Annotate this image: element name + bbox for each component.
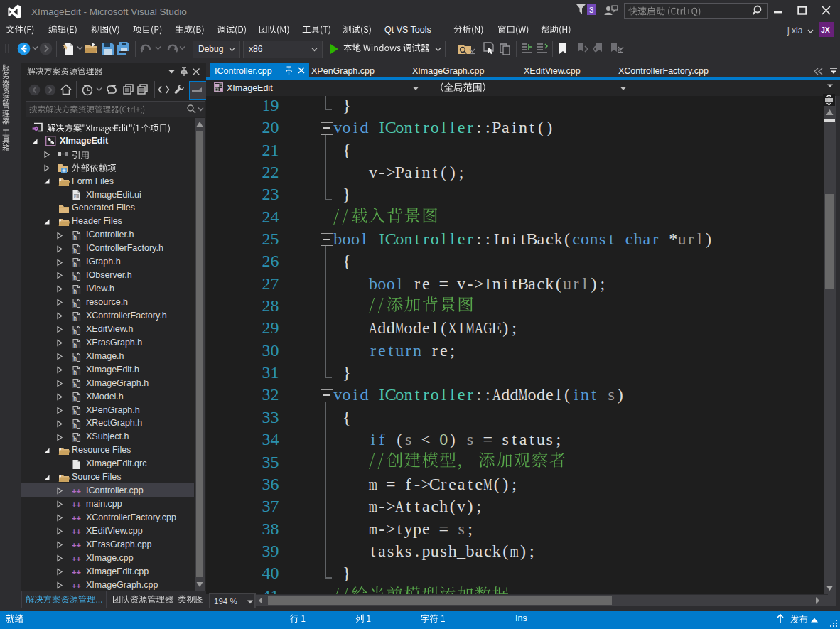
svg-text:void: void [333,118,368,136]
svg-text:v->InitBack(: v->InitBack( [457,274,561,293]
svg-text:29: 29 [262,318,279,337]
svg-text:}: } [343,363,351,382]
svg-text:): ) [450,430,456,448]
svg-text:22: 22 [262,163,279,181]
svg-text:h: h [73,409,77,416]
svg-text:f->CreateM();: f->CreateM(); [406,475,517,493]
svg-text:(: ( [397,430,402,448]
svg-text:20: 20 [262,118,279,136]
svg-text:++: ++ [72,500,81,509]
svg-text:=: = [386,475,396,493]
svg-text:35: 35 [262,453,279,471]
svg-text:int: int [574,385,596,404]
svg-text:=: = [439,520,449,538]
svg-text:}: } [343,96,351,114]
svg-text:23: 23 [262,185,279,203]
svg-text:{: { [343,408,351,426]
svg-text:h: h [73,355,77,362]
svg-text:v->Paint();: v->Paint(); [369,163,464,181]
svg-text:h: h [73,301,77,308]
svg-text:37: 37 [262,497,279,515]
svg-text:url: url [678,230,703,248]
svg-text:h: h [73,436,77,443]
svg-text:33: 33 [262,408,279,426]
svg-text:h: h [73,328,77,335]
svg-text:ui: ui [75,194,77,198]
svg-text:IController: IController [379,385,473,404]
svg-text:m->type: m->type [369,520,430,538]
svg-text:tasks.push_back(m);: tasks.push_back(m); [371,542,534,560]
svg-text:h: h [73,234,77,241]
svg-text:bool: bool [369,274,402,293]
svg-text:{: { [343,141,351,159]
svg-text:40: 40 [262,564,279,582]
svg-text:h: h [73,274,77,281]
svg-text:s: s [467,430,473,448]
svg-text:if: if [371,430,385,448]
svg-text:{: { [343,252,351,270]
svg-text:++: ++ [72,568,81,576]
svg-text:h: h [73,382,77,389]
svg-text:++: ++ [72,554,81,563]
svg-text:);: ); [591,274,605,293]
svg-text:30: 30 [262,341,279,360]
svg-text:IController: IController [379,230,473,248]
svg-text:h: h [73,247,77,254]
svg-text:void: void [333,385,368,404]
svg-text:++: ++ [72,581,81,590]
svg-text:36: 36 [262,475,279,493]
svg-text:25: 25 [262,230,279,248]
svg-text:++: ++ [72,514,81,522]
svg-text:s: s [608,385,615,404]
svg-text:34: 34 [262,430,279,448]
svg-text:::Paint(): ::Paint() [477,118,553,136]
svg-text:41: 41 [262,586,279,594]
svg-text:0: 0 [439,430,448,448]
svg-text:): ) [618,385,623,404]
svg-text:char: char [625,230,659,248]
svg-text:return: return [370,341,421,360]
svg-text:h: h [73,422,77,429]
svg-text:=: = [439,274,449,293]
svg-text:21: 21 [262,141,279,159]
svg-text:bool: bool [333,230,367,248]
svg-text:const: const [572,230,614,248]
svg-text:AddModel(XIMAGE);: AddModel(XIMAGE); [369,318,517,337]
svg-text:38: 38 [262,520,279,538]
svg-text:re: re [414,274,430,293]
svg-text:27: 27 [262,274,279,293]
svg-text:=: = [483,430,493,448]
svg-text:28: 28 [262,296,279,315]
svg-text:++: ++ [72,541,81,549]
svg-text:}: } [343,564,351,582]
svg-text:): ) [706,230,711,248]
svg-text:19: 19 [262,96,279,114]
svg-text:;: ; [468,520,473,538]
svg-text:h: h [73,261,77,268]
svg-text:url: url [563,274,588,293]
svg-text:++: ++ [72,527,81,536]
svg-text:39: 39 [262,542,279,560]
svg-text:m: m [369,475,377,493]
svg-text:::InitBack(: ::InitBack( [477,230,571,248]
svg-text:status;: status; [502,430,561,448]
svg-text:re;: re; [432,341,455,360]
svg-text:IController: IController [379,118,473,136]
svg-text:<: < [421,430,431,448]
svg-text:26: 26 [262,252,279,270]
svg-text:++: ++ [72,487,81,495]
svg-text:h: h [73,342,77,349]
svg-text:s: s [458,520,464,538]
svg-text:h: h [73,396,77,403]
svg-text:h: h [73,288,77,295]
svg-text:s: s [405,430,411,448]
svg-text:32: 32 [262,385,279,404]
svg-text:*: * [669,230,677,248]
svg-text:m->Attach(v);: m->Attach(v); [369,497,481,515]
svg-text:::AddModel(: ::AddModel( [477,385,571,404]
svg-text:}: } [343,185,351,203]
svg-text:24: 24 [262,208,279,226]
svg-text:h: h [73,315,77,322]
svg-text:31: 31 [262,363,279,382]
svg-text:h: h [73,369,77,376]
